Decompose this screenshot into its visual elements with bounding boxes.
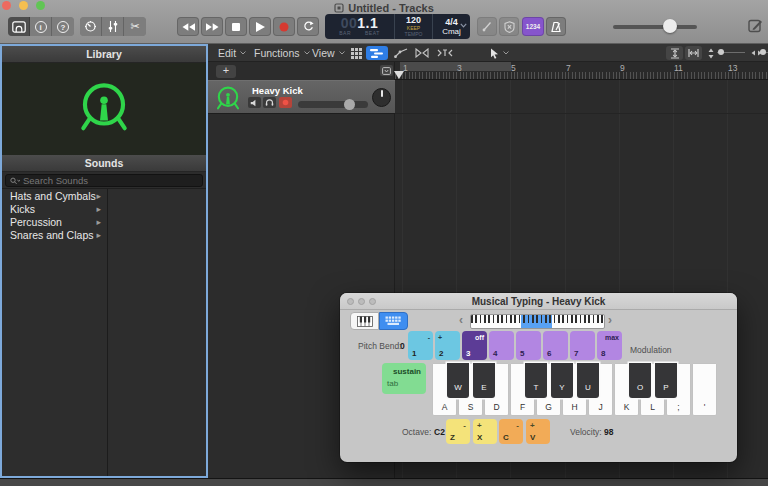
- musical-typing-window[interactable]: Musical Typing - Heavy Kick ‹ › Pitch Be…: [340, 293, 737, 462]
- tuner-button[interactable]: [477, 17, 497, 36]
- pitch-bend-down-key[interactable]: -1: [408, 331, 433, 360]
- lcd-chevron-down-icon[interactable]: [460, 23, 467, 28]
- fit-horizontal-button[interactable]: [685, 46, 702, 60]
- metronome-button[interactable]: [546, 17, 566, 36]
- tuner-icon: [482, 21, 493, 32]
- grid-view-button[interactable]: [348, 46, 364, 60]
- sustain-key[interactable]: sustain tab: [382, 363, 426, 394]
- black-key-y[interactable]: Y: [551, 363, 573, 398]
- octave-left-arrow[interactable]: ‹: [459, 313, 463, 327]
- piano-keyboard-mode-button[interactable]: [350, 312, 379, 330]
- track-name[interactable]: Heavy Kick: [252, 85, 303, 96]
- info-icon: i: [35, 21, 47, 33]
- modulation-key-6[interactable]: 6: [543, 331, 568, 360]
- edit-menu[interactable]: Edit: [218, 44, 246, 62]
- pointer-tool-menu[interactable]: [490, 44, 509, 62]
- black-key-e[interactable]: E: [473, 363, 495, 398]
- pitch-bend-up-key[interactable]: +2: [435, 331, 460, 360]
- flex-button[interactable]: [412, 46, 432, 60]
- customize-toolbar-button[interactable]: [748, 18, 763, 33]
- horizontal-zoom-thumb[interactable]: [760, 49, 766, 55]
- smart-controls-button[interactable]: [80, 17, 102, 36]
- sounds-header: Sounds: [2, 155, 206, 172]
- zoom-traffic-light[interactable]: [369, 298, 376, 305]
- octave-right-arrow[interactable]: ›: [608, 313, 612, 327]
- modulation-max-key[interactable]: max8: [597, 331, 622, 360]
- track-volume-slider[interactable]: [298, 101, 368, 108]
- modulation-key-5[interactable]: 5: [516, 331, 541, 360]
- musical-typing-mode-button[interactable]: [379, 312, 408, 330]
- record-button[interactable]: [273, 17, 295, 36]
- quick-help-button[interactable]: ?: [52, 17, 74, 36]
- track-pan-knob[interactable]: [372, 88, 391, 107]
- view-menu[interactable]: View: [312, 44, 345, 62]
- modulation-key-7[interactable]: 7: [570, 331, 595, 360]
- lcd-position-section: 001.1 BARBEAT: [325, 14, 395, 39]
- track-header-config-button[interactable]: [380, 65, 393, 76]
- fit-vertical-button[interactable]: [666, 46, 683, 60]
- library-toggle-button[interactable]: [8, 17, 30, 36]
- metronome-icon: [550, 21, 562, 33]
- white-key-apostrophe[interactable]: ': [692, 363, 717, 416]
- track-volume-thumb[interactable]: [344, 99, 355, 110]
- cycle-range[interactable]: [400, 62, 511, 71]
- add-track-button[interactable]: +: [216, 65, 236, 78]
- master-volume-slider[interactable]: [613, 25, 697, 29]
- bar-ruler[interactable]: 1 3 5 7 9 11 13: [395, 62, 768, 80]
- black-key-w[interactable]: W: [447, 363, 469, 398]
- record-enable-button[interactable]: [279, 97, 292, 108]
- inspector-toggle-button[interactable]: i: [30, 17, 52, 36]
- close-traffic-light[interactable]: [347, 298, 354, 305]
- octave-up-key[interactable]: +X: [473, 419, 497, 444]
- count-in-button[interactable]: 1234: [522, 17, 544, 36]
- list-item-percussion[interactable]: Percussion ▸: [2, 216, 107, 228]
- lcd-tempo-value: 120: [406, 16, 421, 25]
- velocity-up-key[interactable]: +V: [526, 419, 550, 444]
- mixer-button[interactable]: [102, 17, 124, 36]
- vertical-zoom-thumb[interactable]: [718, 49, 724, 55]
- forward-button[interactable]: [201, 17, 223, 36]
- stop-button[interactable]: [225, 17, 247, 36]
- regions-icon: [370, 49, 384, 58]
- master-fx-button[interactable]: [499, 17, 519, 36]
- modulation-key-4[interactable]: 4: [489, 331, 514, 360]
- functions-menu[interactable]: Functions: [254, 44, 310, 62]
- octave-value: C2: [434, 427, 445, 437]
- vertical-zoom-control[interactable]: [706, 46, 716, 60]
- list-item-kicks[interactable]: Kicks ▸: [2, 203, 107, 215]
- black-key-u[interactable]: U: [577, 363, 599, 398]
- musical-typing-title: Musical Typing - Heavy Kick: [472, 296, 606, 307]
- modulation-off-key[interactable]: off3: [462, 331, 487, 360]
- solo-button[interactable]: [263, 97, 276, 108]
- cursor-arrow-icon: [490, 48, 499, 59]
- minimize-traffic-light[interactable]: [358, 298, 365, 305]
- tracks-view-button[interactable]: [366, 46, 388, 60]
- velocity-down-key[interactable]: -C: [499, 419, 523, 444]
- lcd-key-signature: Cmaj: [442, 27, 461, 36]
- search-input[interactable]: Search Sounds: [5, 174, 203, 187]
- lcd-display[interactable]: 001.1 BARBEAT 120 KEEP TEMPO 4/4 Cmaj: [325, 14, 470, 39]
- rewind-button[interactable]: [177, 17, 199, 36]
- search-placeholder: Search Sounds: [23, 175, 88, 186]
- musical-typing-titlebar[interactable]: Musical Typing - Heavy Kick: [340, 293, 737, 310]
- automation-button[interactable]: [392, 46, 410, 60]
- track-row-heavy-kick[interactable]: Heavy Kick: [208, 80, 395, 114]
- cycle-button[interactable]: [297, 17, 319, 36]
- play-button[interactable]: [249, 17, 271, 36]
- master-volume-thumb[interactable]: [663, 19, 677, 33]
- list-item-snares-and-claps[interactable]: Snares and Claps ▸: [2, 229, 107, 241]
- catch-playhead-button[interactable]: [434, 46, 456, 60]
- editors-button[interactable]: ✂: [124, 17, 146, 36]
- playhead-marker[interactable]: [394, 71, 404, 79]
- chevron-down-icon: [503, 51, 509, 55]
- chevron-down-icon: [240, 51, 246, 55]
- octave-down-key[interactable]: -Z: [446, 419, 470, 444]
- black-key-o[interactable]: O: [629, 363, 651, 398]
- black-key-p[interactable]: P: [655, 363, 677, 398]
- list-item-hats-and-cymbals[interactable]: Hats and Cymbals ▸: [2, 190, 107, 202]
- keyboard-overview[interactable]: [470, 314, 605, 329]
- black-key-t[interactable]: T: [525, 363, 547, 398]
- mute-button[interactable]: [248, 97, 261, 108]
- lcd-tempo-label: TEMPO: [405, 31, 423, 37]
- track-lane-heavy-kick[interactable]: [395, 80, 768, 114]
